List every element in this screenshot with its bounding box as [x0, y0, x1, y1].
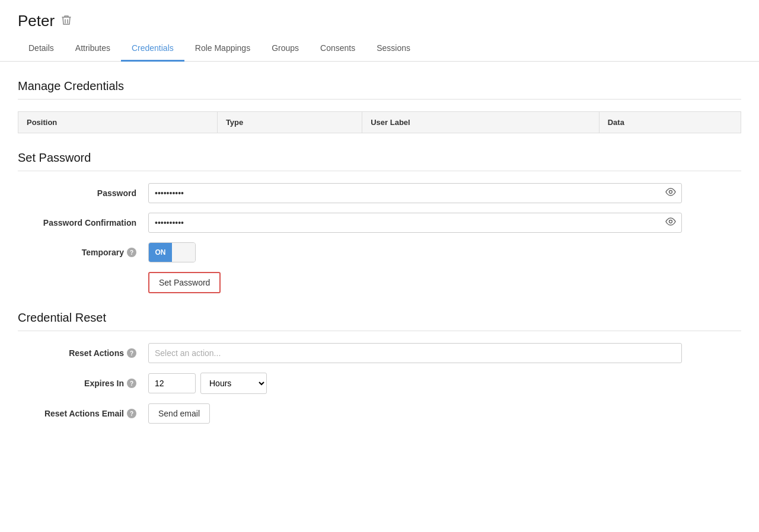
- password-row: Password: [18, 183, 741, 203]
- send-email-button[interactable]: Send email: [148, 403, 210, 424]
- reset-actions-control: [148, 343, 682, 363]
- temporary-toggle[interactable]: ON: [148, 242, 196, 262]
- temporary-label: Temporary ?: [18, 248, 148, 257]
- svg-point-1: [669, 220, 672, 223]
- reset-actions-label: Reset Actions ?: [18, 348, 148, 358]
- expires-in-input[interactable]: [148, 373, 196, 393]
- col-user-label: User Label: [362, 112, 599, 133]
- svg-point-0: [669, 191, 672, 194]
- col-data: Data: [599, 112, 741, 133]
- manage-credentials-section: Manage Credentials Position Type User La…: [18, 79, 741, 133]
- reset-actions-email-help-icon[interactable]: ?: [127, 409, 136, 418]
- set-password-button[interactable]: Set Password: [148, 272, 221, 293]
- tabs-bar: Details Attributes Credentials Role Mapp…: [0, 36, 759, 62]
- tab-consents[interactable]: Consents: [310, 36, 366, 62]
- expires-unit-select[interactable]: Hours Minutes Days: [200, 373, 267, 394]
- reset-actions-email-row: Reset Actions Email ? Send email: [18, 403, 741, 424]
- temporary-help-icon[interactable]: ?: [127, 248, 136, 257]
- reset-actions-help-icon[interactable]: ?: [127, 348, 136, 358]
- tab-sessions[interactable]: Sessions: [366, 36, 421, 62]
- password-input[interactable]: [148, 183, 682, 203]
- temporary-control: ON: [148, 242, 682, 262]
- credential-reset-section: Credential Reset Reset Actions ? Expires…: [18, 311, 741, 424]
- password-label: Password: [18, 188, 148, 198]
- reset-actions-email-control: Send email: [148, 403, 682, 424]
- password-confirmation-control: [148, 213, 682, 233]
- reset-actions-row: Reset Actions ?: [18, 343, 741, 363]
- expires-in-control: Hours Minutes Days: [148, 373, 682, 394]
- expires-group: Hours Minutes Days: [148, 373, 267, 394]
- reset-actions-input[interactable]: [148, 343, 682, 363]
- tab-details[interactable]: Details: [18, 36, 65, 62]
- expires-in-help-icon[interactable]: ?: [127, 379, 136, 388]
- credentials-table: Position Type User Label Data: [18, 111, 741, 133]
- set-password-title: Set Password: [18, 151, 741, 165]
- password-confirmation-label: Password Confirmation: [18, 218, 148, 227]
- toggle-on-label: ON: [149, 243, 172, 262]
- temporary-row: Temporary ? ON: [18, 242, 741, 262]
- expires-in-label: Expires In ?: [18, 379, 148, 388]
- reset-actions-email-label: Reset Actions Email ?: [18, 409, 148, 418]
- password-eye-icon[interactable]: [665, 188, 676, 198]
- password-confirmation-eye-icon[interactable]: [665, 217, 676, 228]
- password-control: [148, 183, 682, 203]
- page-header: Peter: [0, 0, 759, 30]
- manage-credentials-title: Manage Credentials: [18, 79, 741, 93]
- tab-credentials[interactable]: Credentials: [121, 36, 184, 62]
- tab-groups[interactable]: Groups: [261, 36, 310, 62]
- set-password-button-row: Set Password: [18, 272, 741, 293]
- col-type: Type: [217, 112, 362, 133]
- content-area: Manage Credentials Position Type User La…: [0, 62, 759, 459]
- tab-role-mappings[interactable]: Role Mappings: [184, 36, 261, 62]
- password-confirmation-row: Password Confirmation: [18, 213, 741, 233]
- toggle-off-space: [172, 243, 195, 262]
- set-password-button-control: Set Password: [148, 272, 682, 293]
- password-confirmation-input[interactable]: [148, 213, 682, 233]
- delete-user-icon[interactable]: [62, 15, 71, 28]
- credential-reset-title: Credential Reset: [18, 311, 741, 325]
- expires-in-row: Expires In ? Hours Minutes Days: [18, 373, 741, 394]
- col-position: Position: [18, 112, 218, 133]
- page-title: Peter: [18, 12, 55, 30]
- tab-attributes[interactable]: Attributes: [65, 36, 121, 62]
- set-password-section: Set Password Password Password Confirmat…: [18, 151, 741, 293]
